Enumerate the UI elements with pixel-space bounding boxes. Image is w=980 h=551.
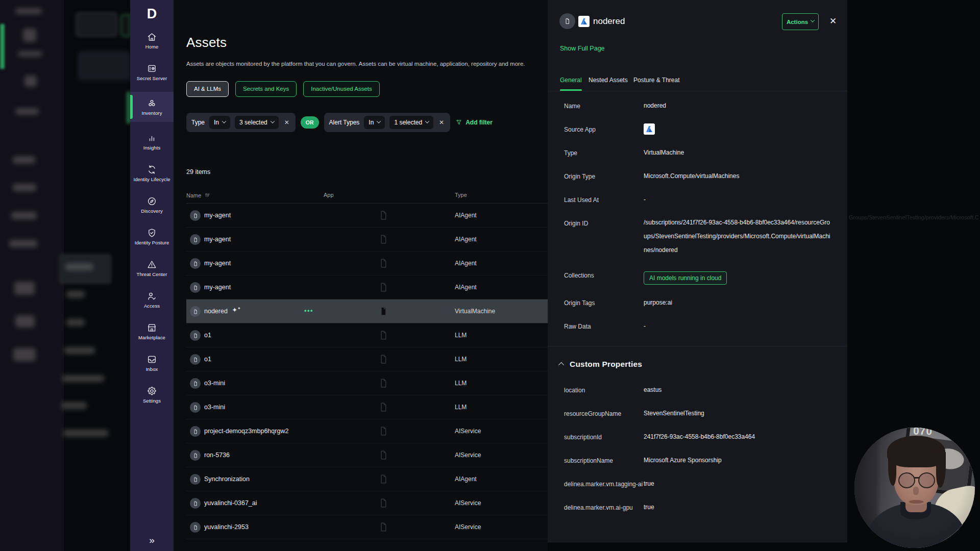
tab-general[interactable]: General xyxy=(560,77,582,90)
panel-title: nodered xyxy=(593,16,625,27)
filter-operator-select[interactable]: In xyxy=(209,116,230,129)
app-logo: D xyxy=(130,6,174,22)
sidebar-item-access[interactable]: Access xyxy=(130,288,174,312)
filter-value-select[interactable]: 1 selected xyxy=(389,116,433,129)
marketplace-icon xyxy=(146,322,157,333)
table-row[interactable]: yuvalinchi-0367_ai AIService xyxy=(186,491,548,515)
section-divider xyxy=(548,346,847,346)
asset-type: AIService xyxy=(455,428,481,435)
table-row[interactable]: ron-5736 AIService xyxy=(186,443,548,467)
ghost-chip-green xyxy=(120,14,130,37)
table-row[interactable]: Synchronization AIAgent xyxy=(186,467,548,491)
sidebar-item-secret-server[interactable]: Secret Server xyxy=(130,60,174,84)
table-row[interactable]: project-demoqz3mbp6hqrgw2 AIService xyxy=(186,419,548,443)
close-icon[interactable]: ✕ xyxy=(829,16,837,27)
show-full-page-link[interactable]: Show Full Page xyxy=(560,45,605,52)
table-row[interactable]: nodered ✦✦ ••• VirtualMachine xyxy=(186,299,548,323)
field-value: /subscriptions/241f7f26-93ac-4558-b4b6-8… xyxy=(644,216,833,257)
file-icon xyxy=(190,402,201,413)
ghost-chip xyxy=(76,12,117,37)
sidebar-item-label: Inventory xyxy=(142,110,162,116)
field-value: - xyxy=(644,196,833,203)
file-icon xyxy=(190,354,201,365)
remove-filter-icon[interactable]: ✕ xyxy=(283,119,290,126)
custom-properties-header[interactable]: Custom Properties xyxy=(548,346,847,371)
sidebar-item-discovery[interactable]: Discovery xyxy=(130,193,174,217)
asset-detail-panel: nodered Actions ✕ Show Full Page General… xyxy=(548,0,847,542)
table-row[interactable]: o3-mini LLM xyxy=(186,371,548,395)
table-row[interactable]: yuvalinchi-2953 AIService xyxy=(186,515,548,539)
sidebar-item-identity-posture[interactable]: Identity Posture xyxy=(130,224,174,248)
field-row: Type VirtualMachine xyxy=(548,142,847,165)
collection-badge[interactable]: AI models running in cloud xyxy=(644,271,727,285)
asset-type: LLM xyxy=(455,404,467,411)
filter-conjunction-pill[interactable]: OR xyxy=(301,116,319,129)
sidebar-item-home[interactable]: Home xyxy=(130,29,174,53)
sidebar-item-label: Settings xyxy=(143,398,161,404)
column-header-type[interactable]: Type xyxy=(455,192,467,198)
table-row[interactable]: o1 LLM xyxy=(186,323,548,347)
azure-icon xyxy=(578,16,590,27)
custom-property-row: subscriptionName Microsoft Azure Sponsor… xyxy=(548,449,847,473)
field-label: delinea.marker.vm.tagging-ai xyxy=(564,480,644,488)
table-row[interactable]: o1 LLM xyxy=(186,347,548,371)
table-row[interactable]: my-agent AIAgent xyxy=(186,252,548,276)
field-label: delinea.marker.vm.ai-gpu xyxy=(564,504,644,511)
remove-filter-icon[interactable]: ✕ xyxy=(438,119,445,126)
column-header-app[interactable]: App xyxy=(324,192,334,198)
asset-type: VirtualMachine xyxy=(455,308,495,315)
home-icon xyxy=(146,32,157,42)
secret-server-icon xyxy=(146,63,157,74)
sidebar-collapse-button[interactable]: » xyxy=(130,535,174,546)
table-row[interactable]: my-agent AIAgent xyxy=(186,204,548,228)
field-value: eastus xyxy=(644,386,833,393)
sidebar-item-inbox[interactable]: Inbox xyxy=(130,351,174,375)
row-actions-dots[interactable]: ••• xyxy=(304,307,313,314)
quick-filter-chip-secrets-and-keys[interactable]: Secrets and Keys xyxy=(235,81,297,97)
table-row[interactable]: o3-mini LLM xyxy=(186,395,548,419)
page-description: Assets are objects monitored by the plat… xyxy=(186,61,525,67)
sidebar-item-insights[interactable]: Insights xyxy=(130,130,174,154)
quick-filter-chip-ai-llms[interactable]: AI & LLMs xyxy=(186,81,229,97)
table-row[interactable]: my-agent AIAgent xyxy=(186,228,548,252)
asset-type: LLM xyxy=(455,332,467,339)
sidebar-item-label: Marketplace xyxy=(138,335,165,340)
ghost-origin-id-artifact: Groups/StevenSentinelTesting/providers/M… xyxy=(849,214,978,220)
sidebar-item-label: Identity Posture xyxy=(135,240,169,245)
actions-button[interactable]: Actions xyxy=(782,13,819,30)
quick-filter-chip-inactive-unused-assets[interactable]: Inactive/Unused Assets xyxy=(303,81,380,97)
sidebar-item-settings[interactable]: Settings xyxy=(130,383,174,407)
identity-lifecycle-icon xyxy=(146,164,157,175)
add-filter-button[interactable]: Add filter xyxy=(455,119,493,126)
tab-nested-assets[interactable]: Nested Assets xyxy=(589,77,628,90)
file-icon xyxy=(190,306,201,317)
file-icon xyxy=(190,210,201,221)
inventory-icon xyxy=(146,98,157,109)
motion-blur-background xyxy=(0,0,130,551)
field-label: location xyxy=(564,386,644,394)
tab-posture-threat[interactable]: Posture & Threat xyxy=(633,77,680,90)
field-label: Origin Type xyxy=(564,172,644,180)
file-icon xyxy=(190,450,201,461)
column-header-name[interactable]: Name xyxy=(186,192,211,198)
app-file-icon xyxy=(377,353,389,367)
asset-type: AIService xyxy=(455,523,481,531)
field-value: purpose:ai xyxy=(644,299,833,306)
filter-group-type: Type In 3 selected ✕ xyxy=(186,113,296,132)
table-row[interactable]: my-agent AIAgent xyxy=(186,276,548,299)
field-label: Last Used At xyxy=(564,196,644,204)
sort-icon[interactable] xyxy=(204,192,211,198)
field-label: subscriptionName xyxy=(564,457,644,464)
asset-name: yuvalinchi-0367_ai xyxy=(204,499,257,507)
file-icon xyxy=(190,258,201,269)
sidebar-item-threat-center[interactable]: Threat Center xyxy=(130,256,174,280)
app-file-icon xyxy=(377,521,389,535)
sidebar-item-marketplace[interactable]: Marketplace xyxy=(130,319,174,343)
sidebar-item-inventory[interactable]: Inventory xyxy=(130,92,174,122)
field-label: Name xyxy=(564,102,644,110)
sidebar: D Home Secret Server Inventory Insights … xyxy=(130,0,174,551)
sidebar-item-identity-lifecycle[interactable]: Identity Lifecycle xyxy=(130,161,174,185)
filter-operator-select[interactable]: In xyxy=(364,116,385,129)
panel-tabs: General Nested Assets Posture & Threat xyxy=(548,77,847,91)
filter-value-select[interactable]: 3 selected xyxy=(235,116,279,129)
